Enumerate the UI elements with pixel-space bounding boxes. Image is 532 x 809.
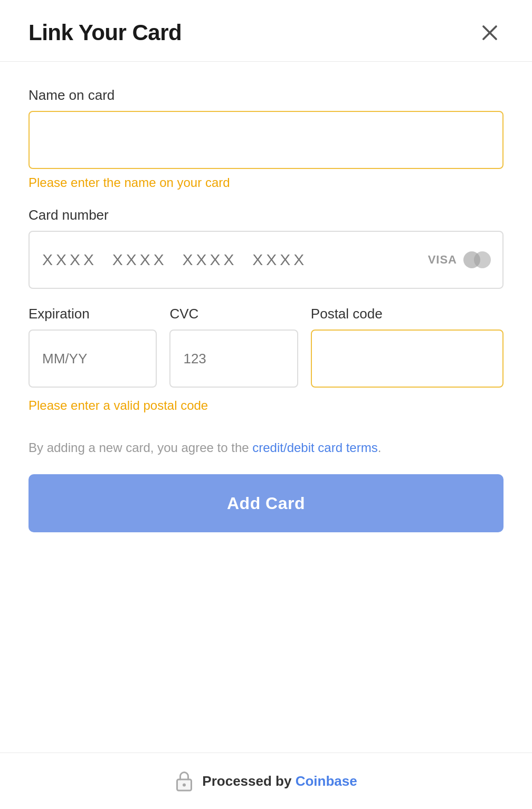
modal-footer: Processed by Coinbase: [0, 752, 532, 809]
lock-icon: [175, 770, 194, 792]
card-number-group: Card number VISA: [28, 207, 504, 289]
terms-suffix: .: [378, 440, 382, 455]
cvc-group: CVC: [169, 306, 298, 388]
expiration-input[interactable]: [28, 330, 157, 388]
name-on-card-error: Please enter the name on your card: [28, 175, 504, 190]
terms-prefix: By adding a new card, you agree to the: [28, 440, 252, 455]
name-on-card-label: Name on card: [28, 87, 504, 104]
postal-code-group: Postal code: [311, 306, 504, 388]
cvc-label: CVC: [169, 306, 298, 322]
terms-text: By adding a new card, you agree to the c…: [28, 438, 504, 457]
postal-code-input[interactable]: [311, 330, 504, 388]
modal-title: Link Your Card: [28, 20, 182, 45]
add-card-button[interactable]: Add Card: [28, 474, 504, 532]
terms-link[interactable]: credit/debit card terms: [252, 440, 377, 455]
postal-code-error: Please enter a valid postal code: [28, 398, 504, 413]
close-icon: [480, 23, 499, 42]
expiration-group: Expiration: [28, 306, 157, 388]
visa-icon: VISA: [428, 253, 457, 267]
mc-circle-right: [474, 251, 491, 268]
postal-code-label: Postal code: [311, 306, 504, 322]
modal-header: Link Your Card: [0, 0, 532, 62]
mastercard-icon: [463, 251, 491, 268]
close-button[interactable]: [476, 19, 504, 46]
name-on-card-input[interactable]: [28, 111, 504, 169]
card-number-label: Card number: [28, 207, 504, 223]
cvc-input[interactable]: [169, 330, 298, 388]
footer-processed-label: Processed by: [202, 773, 295, 789]
footer-processed-text: Processed by Coinbase: [202, 773, 357, 789]
card-number-wrapper: VISA: [28, 231, 504, 289]
svg-point-3: [183, 784, 186, 787]
modal-body: Name on card Please enter the name on yo…: [0, 62, 532, 752]
modal-container: Link Your Card Name on card Please enter…: [0, 0, 532, 809]
footer-brand-link[interactable]: Coinbase: [296, 773, 357, 789]
expiration-label: Expiration: [28, 306, 157, 322]
card-brand-icons: VISA: [428, 251, 491, 268]
name-on-card-group: Name on card Please enter the name on yo…: [28, 87, 504, 190]
card-details-row: Expiration CVC Postal code: [28, 306, 504, 404]
